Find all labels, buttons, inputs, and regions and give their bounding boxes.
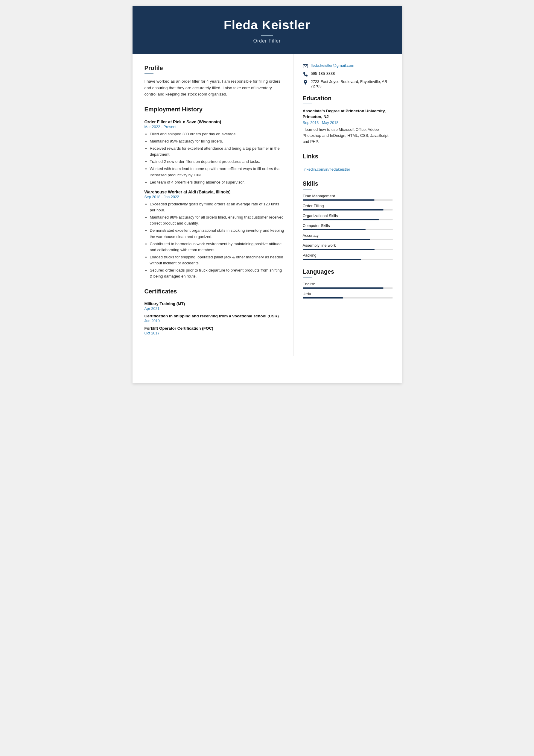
contact-section: fleda.keistler@gmail.com 595-185-8838 [303,63,393,88]
skill-bar-fill [303,239,370,240]
list-item: Filled and shipped 300 orders per day on… [150,131,285,137]
profile-underline [144,73,153,74]
skills-section: Skills Time Management Order Filling Org… [303,180,393,260]
skill-bar-bg [303,219,393,220]
contact-email: fleda.keistler@gmail.com [303,63,393,69]
edu-name: Associate's Degree at Princeton Universi… [303,108,393,120]
certificate-item: Forklift Operator Certification (FOC) Oc… [144,326,285,335]
body-section: Profile I have worked as an order filler… [133,54,402,356]
contact-address: 2723 East Joyce Boulevard, Fayetteville,… [303,79,393,88]
email-icon [303,64,308,69]
skills-list: Time Management Order Filling Organizati… [303,194,393,260]
languages-title: Languages [303,268,393,275]
certificates-underline [144,297,153,297]
employment-underline [144,115,153,115]
profile-section: Profile I have worked as an order filler… [144,65,285,97]
edu-date: Sep 2013 - May 2018 [303,121,393,125]
languages-section: Languages English Urdu [303,268,393,299]
skill-label: Order Filling [303,203,393,208]
skill-bar-fill [303,259,361,260]
header-section: Fleda Keistler Order Filler [133,6,402,54]
job-bullets-1: Filled and shipped 300 orders per day on… [144,131,285,185]
language-bar-bg [303,297,393,299]
skills-title: Skills [303,180,393,187]
list-item: Loaded trucks for shipping, operated pal… [150,254,285,266]
job-item: Warehouse Worker at Aldi (Batavia, Illin… [144,190,285,280]
cert-date: Apr 2021 [144,307,285,311]
list-item: Maintained 95% accuracy for filling orde… [150,138,285,144]
skill-bar-fill [303,229,366,230]
list-item: Exceeded productivity goals by filling o… [150,201,285,213]
cert-date: Jun 2019 [144,319,285,323]
links-underline [303,162,312,162]
certificate-item: Military Training (MT) Apr 2021 [144,302,285,311]
job-date-2: Sep 2018 - Jan 2022 [144,195,285,199]
education-underline [303,104,312,104]
skill-label: Accuracy [303,233,393,238]
education-title: Education [303,95,393,102]
languages-underline [303,277,312,278]
list-item: Maintained 98% accuracy for all orders f… [150,214,285,226]
cert-name: Military Training (MT) [144,302,285,306]
skill-bar-fill [303,209,384,210]
language-label: English [303,282,393,286]
profile-title: Profile [144,65,285,71]
candidate-title: Order Filler [139,38,396,44]
list-item: Secured order loads prior to truck depar… [150,267,285,279]
certificate-item: Certification in shipping and receiving … [144,314,285,323]
skill-bar-bg [303,209,393,210]
skill-item: Time Management [303,194,393,201]
employment-title: Employment History [144,106,285,113]
employment-section: Employment History Order Filler at Pick … [144,106,285,280]
skills-underline [303,189,312,190]
language-item: Urdu [303,292,393,299]
links-list: linkedin.com/in/fledakeistler [303,167,393,172]
skill-bar-bg [303,249,393,250]
certificates-title: Certificates [144,288,285,295]
contact-phone: 595-185-8838 [303,71,393,77]
skill-item: Assembly line work [303,243,393,250]
education-list: Associate's Degree at Princeton Universi… [303,108,393,145]
resume-container: Fleda Keistler Order Filler Profile I ha… [133,6,402,383]
skill-bar-fill [303,200,375,201]
job-item: Order Filler at Pick n Save (Wisconsin) … [144,120,285,185]
language-label: Urdu [303,292,393,296]
skill-label: Packing [303,253,393,257]
link-anchor[interactable]: linkedin.com/in/fledakeistler [303,167,350,172]
job-title-1: Order Filler at Pick n Save (Wisconsin) [144,120,285,124]
skill-label: Computer Skills [303,223,393,228]
cert-date: Oct 2017 [144,331,285,335]
skill-label: Organizational Skills [303,213,393,218]
skill-item: Packing [303,253,393,260]
links-section: Links linkedin.com/in/fledakeistler [303,153,393,172]
location-icon [303,80,308,85]
link-item: linkedin.com/in/fledakeistler [303,167,393,172]
header-divider [261,35,273,36]
list-item: Demonstrated excellent organizational sk… [150,228,285,239]
skill-label: Time Management [303,194,393,198]
skill-item: Accuracy [303,233,393,240]
skill-bar-bg [303,259,393,260]
skill-item: Organizational Skills [303,213,393,220]
job-date-1: Mar 2022 - Present [144,125,285,129]
skill-bar-bg [303,239,393,240]
list-item: Led team of 4 orderfillers during absenc… [150,179,285,185]
left-column: Profile I have worked as an order filler… [133,54,294,356]
language-bar-bg [303,287,393,289]
language-item: English [303,282,393,289]
cert-name: Forklift Operator Certification (FOC) [144,326,285,331]
skill-label: Assembly line work [303,243,393,248]
list-item: Contributed to harmonious work environme… [150,241,285,253]
skill-bar-bg [303,229,393,230]
skill-bar-fill [303,219,379,220]
skill-bar-bg [303,200,393,201]
address-text: 2723 East Joyce Boulevard, Fayetteville,… [311,79,393,88]
skill-bar-fill [303,249,375,250]
list-item: Received rewards for excellent attendanc… [150,146,285,157]
email-link[interactable]: fleda.keistler@gmail.com [311,63,354,68]
job-title-2: Warehouse Worker at Aldi (Batavia, Illin… [144,190,285,194]
certificates-section: Certificates Military Training (MT) Apr … [144,288,285,335]
language-bar-fill [303,297,343,299]
language-bar-fill [303,287,384,289]
languages-list: English Urdu [303,282,393,299]
